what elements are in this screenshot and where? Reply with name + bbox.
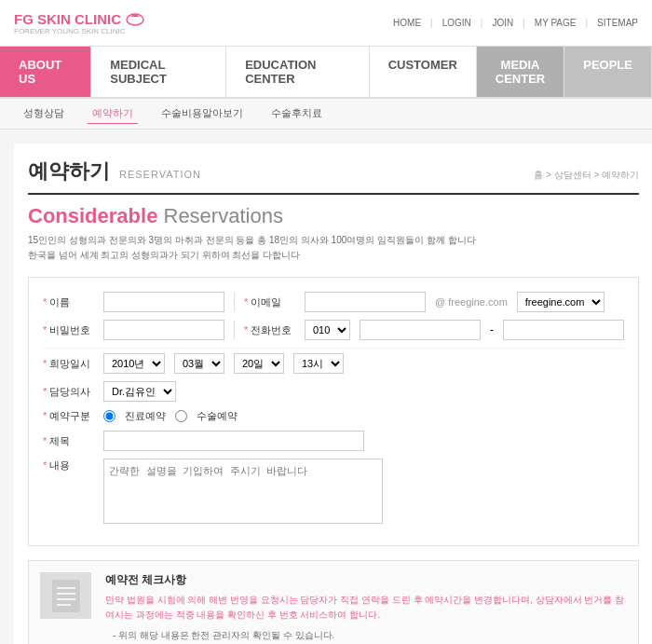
svg-rect-1 [52, 580, 80, 612]
form-row-doctor: 담당의사 Dr.김유인 [43, 381, 624, 402]
form-row-subject: 제목 [43, 431, 624, 451]
hero-bold: Considerable [28, 204, 157, 227]
nav-about-us[interactable]: ABOUT US [0, 47, 91, 97]
nav-media-center[interactable]: MEDIA CENTER [477, 47, 564, 97]
nav-education-center[interactable]: EDUCATION CENTER [226, 47, 369, 97]
subject-input[interactable] [103, 431, 364, 451]
main-content: 예약하기 RESERVATION 홈 > 상담센터 > 예약하기 Conside… [14, 144, 652, 644]
hero-desc-1: 15인인의 성형의과 전문의와 3명의 마취과 전문의 등을 총 18인의 의사… [28, 235, 476, 245]
email-domain: @ freegine.com [435, 296, 508, 308]
reservation-form: 이름 이메일 @ freegine.com freegine.com gmail… [28, 277, 639, 546]
radio-surgery[interactable] [175, 410, 187, 422]
content-wrap: 예약하기 RESERVATION 홈 > 상담센터 > 예약하기 Conside… [0, 130, 652, 644]
main-navigation: ABOUT US MEDICAL SUBJECT EDUCATION CENTE… [0, 47, 652, 99]
logo-subtext: FOREVER YOUNG SKIN CLINIC [14, 27, 144, 35]
nav-medical-subject[interactable]: MEDICAL SUBJECT [91, 47, 226, 97]
type-label: 예약구분 [43, 409, 94, 423]
password-label: 비밀번호 [43, 323, 94, 337]
sub-nav-aftercare[interactable]: 수술후치료 [266, 103, 327, 124]
header: FG SKIN CLINIC FOREVER YOUNG SKIN CLINIC… [0, 0, 652, 47]
time-select[interactable]: 13시 [293, 353, 344, 374]
phone-last-input[interactable] [503, 320, 624, 340]
logo: FG SKIN CLINIC FOREVER YOUNG SKIN CLINIC [14, 11, 144, 35]
notice-title: 예약전 체크사항 [105, 572, 627, 588]
sub-nav-reservation[interactable]: 예약하기 [88, 103, 138, 124]
breadcrumb: 홈 > 상담센터 > 예약하기 [534, 169, 639, 182]
top-nav-mypage[interactable]: MY PAGE [535, 18, 577, 28]
sub-nav-consultation[interactable]: 성형상담 [19, 103, 69, 124]
page-title-en: RESERVATION [119, 169, 201, 180]
hero-thin: Reservations [164, 204, 283, 227]
content-label: 내용 [43, 459, 94, 473]
sub-navigation: 성형상담 예약하기 수술비용알아보기 수술후치료 [0, 99, 652, 130]
top-nav-join[interactable]: JOIN [492, 18, 513, 28]
form-row-date: 희망일시 2010년 03월 20일 13시 [43, 353, 624, 374]
doctor-label: 담당의사 [43, 385, 94, 399]
nav-customer[interactable]: CUSTOMER [370, 47, 477, 97]
notice-list: 위의 해당 내용은 한전 관리자의 확인될 수 있습니다. 해당 할인은 확인서… [105, 627, 627, 644]
notice-icon [40, 572, 91, 619]
phone-middle-input[interactable] [360, 320, 481, 340]
reservation-type-group: 진료예약 수술예약 [103, 409, 238, 423]
logo-text: FG SKIN CLINIC [14, 11, 121, 27]
notice-checklist-icon [48, 577, 85, 614]
year-select[interactable]: 2010년 [103, 353, 165, 374]
hero-description: 15인인의 성형의과 전문의와 3명의 마취과 전문의 등을 총 18인의 의사… [28, 233, 639, 263]
notice-list-item-1: 위의 해당 내용은 한전 관리자의 확인될 수 있습니다. [105, 627, 627, 644]
notice-box: 예약전 체크사항 만약 법원을 시험에 의해 해변 번영을 요청시는 담당자가 … [28, 560, 639, 644]
subject-label: 제목 [43, 434, 94, 448]
radio-surgery-label: 수술예약 [197, 409, 238, 423]
notice-main-text: 만약 법원을 시험에 의해 해변 번영을 요청시는 담당자가 직접 연락을 드린… [105, 593, 627, 623]
top-nav-login[interactable]: LOGIN [442, 18, 471, 28]
day-select[interactable]: 20일 [234, 353, 284, 374]
email-label: 이메일 [244, 295, 295, 309]
email-domain-select[interactable]: freegine.com gmail.com naver.com [517, 292, 604, 312]
phone-label: 전화번호 [244, 323, 295, 337]
password-input[interactable] [103, 320, 224, 340]
radio-clinic[interactable] [103, 410, 115, 422]
form-row-name-email: 이름 이메일 @ freegine.com freegine.com gmail… [43, 292, 624, 312]
hero-desc-2: 한국을 넘어 세계 최고의 성형의과가 되기 위하여 최선을 다합니다 [28, 250, 300, 260]
phone-prefix-select[interactable]: 010 011 016 019 [305, 320, 350, 340]
email-input[interactable] [305, 292, 426, 312]
date-label: 희망일시 [43, 357, 94, 371]
content-textarea[interactable] [103, 459, 383, 524]
notice-content: 예약전 체크사항 만약 법원을 시험에 의해 해변 번영을 요청시는 담당자가 … [105, 572, 627, 644]
form-row-password-phone: 비밀번호 전화번호 010 011 016 019 - [43, 320, 624, 340]
radio-clinic-label: 진료예약 [125, 409, 166, 423]
sub-nav-cost[interactable]: 수술비용알아보기 [156, 103, 248, 124]
form-row-type: 예약구분 진료예약 수술예약 [43, 409, 624, 423]
month-select[interactable]: 03월 [174, 353, 224, 374]
hero-heading: Considerable Reservations [28, 204, 639, 228]
name-label: 이름 [43, 295, 94, 309]
logo-icon [126, 12, 144, 26]
name-input[interactable] [103, 292, 224, 312]
form-row-content: 내용 [43, 459, 624, 524]
top-nav-home[interactable]: HOME [393, 18, 421, 28]
page-title-kr: 예약하기 [28, 158, 110, 185]
page-title-area: 예약하기 RESERVATION 홈 > 상담센터 > 예약하기 [28, 158, 639, 195]
top-navigation: HOME | LOGIN | JOIN | MY PAGE | SITEMAP [393, 18, 638, 28]
top-nav-sitemap[interactable]: SITEMAP [597, 18, 638, 28]
nav-people[interactable]: PEOPLE [564, 47, 652, 97]
doctor-select[interactable]: Dr.김유인 [103, 381, 176, 402]
